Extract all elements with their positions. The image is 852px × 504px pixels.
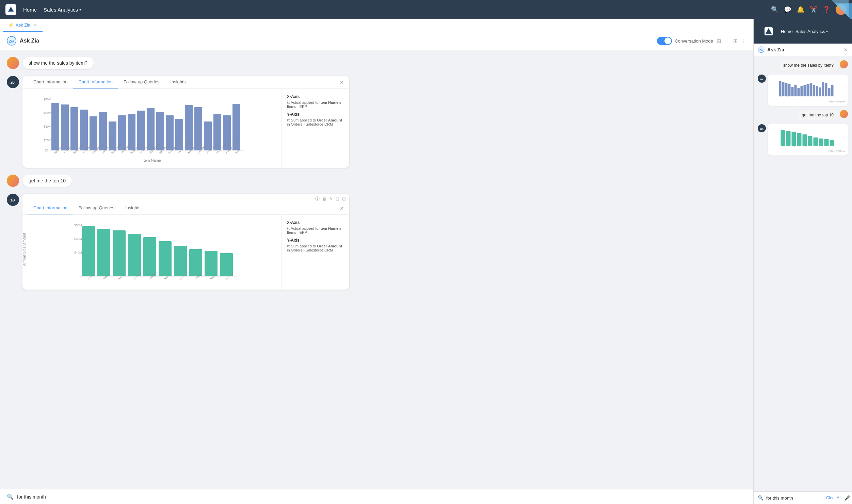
svg-rect-66	[205, 251, 218, 276]
svg-rect-97	[816, 86, 818, 96]
filter-tool-icon[interactable]: ⊡	[336, 196, 339, 201]
analytics-chevron: ▾	[79, 7, 81, 12]
chart-info-panel-1: X-Axis fx Actual applied to Item Name in…	[281, 89, 349, 168]
chart-tab-info-2[interactable]: Chart Information	[28, 202, 73, 214]
right-zia-response-1: ZiA	[758, 75, 848, 106]
svg-text:$80M: $80M	[74, 224, 82, 227]
svg-marker-0	[8, 7, 14, 12]
x-axis-title: Item Name	[28, 158, 276, 162]
nav-home-link[interactable]: Home	[23, 7, 37, 13]
grid2-icon[interactable]: ⊞	[733, 38, 738, 44]
tab-ask-zia[interactable]: ⚡ Ask Zia ✕	[3, 19, 43, 32]
svg-rect-60	[113, 230, 126, 276]
grid-icon[interactable]: ⊞	[717, 38, 721, 44]
right-input-bar: 🔍 Clear All 🎤	[754, 491, 852, 504]
nav-analytics-link[interactable]: Sales Analytics ▾	[44, 7, 81, 13]
svg-rect-117	[824, 139, 829, 146]
right-zia-avatar-2: ZiA	[758, 124, 766, 132]
chart-content-2: Annual Order Amount $80M $60M $40M	[22, 215, 349, 290]
more-icon[interactable]: ⋮	[724, 38, 730, 44]
chart-area-blue: $80M $60M $40M $20M $0	[22, 89, 281, 168]
y-axis-value: fx Sum applied to Order Amount in Orders…	[287, 118, 344, 126]
svg-rect-111	[792, 132, 796, 146]
svg-text:$80M: $80M	[44, 98, 51, 101]
user-avatar[interactable]	[836, 4, 847, 15]
right-nav-home[interactable]: Home	[781, 29, 793, 34]
x-axis-label-2: X-Axis	[287, 220, 344, 225]
right-panel: Home Sales Analytics ▾ Zia Ask Zia ✕ sho…	[753, 19, 852, 504]
right-nav-analytics[interactable]: Sales Analytics ▾	[795, 29, 828, 34]
chat-icon[interactable]: 💬	[784, 6, 791, 13]
svg-rect-116	[819, 139, 823, 146]
svg-text:ZiA: ZiA	[760, 78, 763, 80]
user-avatar-2	[7, 175, 19, 187]
svg-text:ZiA: ZiA	[11, 199, 16, 202]
svg-text:ZiA: ZiA	[760, 128, 763, 130]
right-chart-label-2: Item Name ▸	[771, 149, 845, 153]
svg-text:ZiA: ZiA	[11, 81, 16, 84]
svg-text:$40M: $40M	[74, 251, 82, 254]
svg-rect-29	[213, 114, 221, 150]
svg-rect-65	[189, 249, 202, 276]
clear-all-button[interactable]: Clear All	[826, 495, 841, 500]
x-axis-label: X-Axis	[287, 94, 344, 99]
search-icon[interactable]: 🔍	[771, 6, 778, 13]
svg-rect-113	[803, 134, 807, 146]
x-axis-value: fx Actual applied to Item Name in Items …	[287, 100, 344, 109]
edit-tool-icon[interactable]: ✎	[329, 196, 333, 201]
right-mini-card-2: I1 I2 I3 I4 I5 Item Name ▸	[768, 124, 848, 156]
chart-tab-insights[interactable]: Insights	[165, 76, 191, 88]
right-user-avatar-1	[840, 60, 848, 68]
svg-rect-91	[798, 88, 800, 96]
zia-response-1: ZiA Chart Information Chart Information …	[7, 76, 746, 168]
svg-text:Zia: Zia	[759, 49, 763, 51]
right-user-bubble-2: get me the top 10	[798, 110, 838, 120]
chart-tab-info-active[interactable]: Chart Information	[73, 76, 118, 88]
right-chart-label-1: Item Name ▸	[771, 100, 845, 103]
chart-close-icon-2[interactable]: ✕	[340, 206, 344, 211]
info-tool-icon[interactable]: ⓘ	[315, 196, 320, 202]
svg-rect-101	[828, 88, 831, 96]
svg-rect-89	[791, 87, 794, 96]
input-search-icon: 🔍	[7, 493, 14, 500]
chat-input[interactable]	[17, 494, 746, 500]
chat-area: show me the sales by item? ZiA Chart Inf…	[0, 50, 753, 489]
y-axis-label: Y-Axis	[287, 112, 344, 117]
tools-icon[interactable]: ✂️	[810, 6, 817, 13]
green-bar-chart: $80M $60M $40M	[35, 220, 283, 281]
chart-tab-followup-2[interactable]: Follow-up Queries	[73, 202, 120, 214]
zia-avatar-2: ZiA	[7, 194, 19, 206]
right-chat-input[interactable]	[766, 495, 823, 501]
header-icons: ⊞ ⋮ ⊞ ⋮	[717, 38, 746, 44]
tab-close-icon[interactable]: ✕	[34, 23, 37, 28]
svg-rect-27	[194, 107, 202, 150]
svg-rect-109	[781, 130, 785, 146]
chart-close-icon[interactable]: ✕	[340, 80, 344, 85]
chart-tab-info[interactable]: Chart Information	[28, 76, 73, 88]
toggle-switch[interactable]	[657, 37, 672, 45]
right-zia-close[interactable]: ✕	[844, 47, 848, 52]
svg-rect-90	[794, 85, 797, 96]
bell-icon[interactable]: 🔔	[797, 6, 804, 13]
svg-rect-87	[785, 83, 788, 96]
svg-rect-92	[801, 86, 803, 96]
expand-tool-icon[interactable]: ⊞	[342, 196, 346, 201]
svg-rect-102	[831, 85, 834, 96]
app-logo[interactable]	[5, 4, 16, 15]
svg-rect-99	[822, 82, 824, 96]
chart-tab-insights-2[interactable]: Insights	[120, 202, 146, 214]
svg-rect-118	[830, 140, 834, 146]
main-layout: ⚡ Ask Zia ✕ Zia Ask Zia Conversation Mod…	[0, 19, 852, 504]
bar-tool-icon[interactable]: ▦	[322, 196, 326, 201]
svg-rect-98	[819, 87, 821, 96]
more2-icon[interactable]: ⋮	[741, 38, 746, 44]
zia-card-1: Chart Information Chart Information Foll…	[22, 76, 349, 168]
mic-icon[interactable]: 🎤	[844, 495, 850, 501]
right-mini-card-1: S7.2 TV Cam Item Name ▸	[768, 75, 848, 106]
chart-tabs-1: Chart Information Chart Information Foll…	[22, 76, 349, 89]
help-icon[interactable]: ❓	[823, 6, 830, 13]
conversation-mode-toggle[interactable]: Conversation Mode	[657, 37, 713, 45]
chart-tabs-2: Chart Information Follow-up Queries Insi…	[22, 202, 349, 215]
zia-response-2: ZiA ⓘ ▦ ✎ ⊡ ⊞ Chart Information Follow-u…	[7, 194, 746, 290]
chart-tab-followup[interactable]: Follow-up Queries	[118, 76, 165, 88]
